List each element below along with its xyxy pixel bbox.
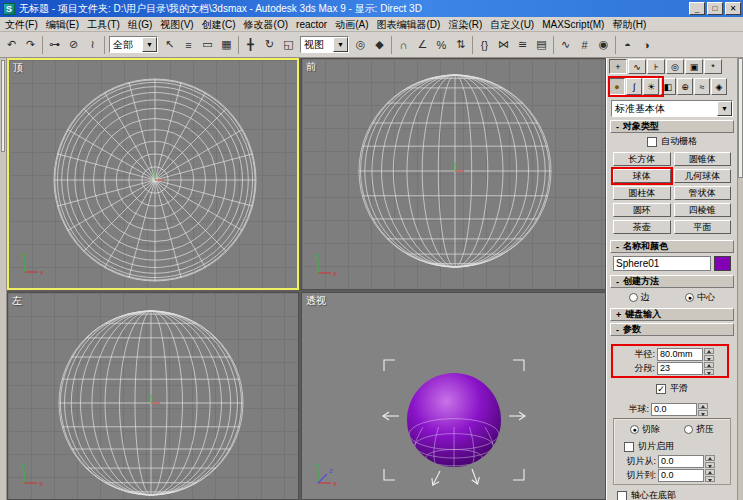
rollout-name-color[interactable]: - 名称和颜色: [610, 240, 734, 253]
tab-hierarchy[interactable]: ⊦: [647, 59, 665, 74]
button-cylinder[interactable]: 圆柱体: [613, 186, 671, 200]
button-sphere[interactable]: 球体: [613, 169, 671, 183]
select-and-rotate-icon[interactable]: ↻: [260, 35, 279, 54]
tab-motion[interactable]: ◎: [666, 59, 684, 74]
slice-to-spinner[interactable]: [705, 469, 715, 482]
slice-on-checkbox[interactable]: [624, 442, 634, 452]
autogrid-checkbox[interactable]: [647, 137, 657, 147]
viewport-left-label[interactable]: 左: [12, 294, 22, 308]
menu-tools[interactable]: 工具(T): [83, 17, 124, 32]
rollout-parameters[interactable]: - 参数: [610, 323, 734, 336]
base-pivot-checkbox[interactable]: [617, 491, 627, 500]
use-pivot-center-icon[interactable]: ◎: [351, 35, 370, 54]
radius-spinner[interactable]: [704, 348, 714, 361]
redo-icon[interactable]: ↷: [21, 35, 40, 54]
button-geosphere[interactable]: 几何球体: [674, 169, 732, 183]
material-editor-icon[interactable]: ◉: [594, 35, 613, 54]
bind-to-space-warp-icon[interactable]: ≀: [83, 35, 102, 54]
rollout-keyboard-entry[interactable]: + 键盘输入: [610, 308, 734, 321]
tab-create[interactable]: +: [609, 59, 627, 74]
named-selection-sets-icon[interactable]: {}: [475, 35, 494, 54]
window-crossing-icon[interactable]: ▦: [217, 35, 236, 54]
select-object-icon[interactable]: ↖: [160, 35, 179, 54]
tab-display[interactable]: ▣: [685, 59, 703, 74]
select-and-scale-icon[interactable]: ◱: [279, 35, 298, 54]
hemisphere-input[interactable]: 0.0: [651, 403, 697, 416]
category-shapes[interactable]: ∫: [626, 78, 642, 95]
smooth-checkbox[interactable]: ✓: [656, 384, 666, 394]
menu-group[interactable]: 组(G): [124, 17, 156, 32]
menu-animation[interactable]: 动画(A): [331, 17, 372, 32]
category-lights[interactable]: ☀: [643, 78, 659, 95]
left-scrollbar-thumb[interactable]: [1, 60, 5, 152]
menu-modifiers[interactable]: 修改器(O): [240, 17, 292, 32]
close-button[interactable]: ✕: [725, 2, 741, 15]
slice-from-spinner[interactable]: [705, 455, 715, 468]
category-systems[interactable]: ◈: [711, 78, 727, 95]
segments-spinner[interactable]: [704, 362, 714, 375]
button-cone[interactable]: 圆锥体: [674, 152, 732, 166]
menu-rendering[interactable]: 渲染(R): [444, 17, 486, 32]
category-helpers[interactable]: ⊕: [677, 78, 693, 95]
object-name-input[interactable]: [613, 256, 711, 271]
button-teapot[interactable]: 茶壶: [613, 220, 671, 234]
center-radio[interactable]: ●: [685, 293, 694, 302]
category-geometry[interactable]: ●: [609, 78, 625, 95]
menu-graph-editors[interactable]: 图表编辑器(D): [373, 17, 445, 32]
viewport-front-label[interactable]: 前: [306, 60, 316, 74]
rectangular-selection-icon[interactable]: ▭: [198, 35, 217, 54]
command-panel-scrollbar-thumb[interactable]: [738, 58, 743, 178]
menu-help[interactable]: 帮助(H): [608, 17, 650, 32]
category-space-warps[interactable]: ≈: [694, 78, 710, 95]
menu-maxscript[interactable]: MAXScript(M): [538, 17, 608, 32]
unlink-selection-icon[interactable]: ⊘: [64, 35, 83, 54]
rollout-creation-method[interactable]: - 创建方法: [610, 275, 734, 288]
viewport-left[interactable]: 左 xy: [7, 292, 299, 500]
button-torus[interactable]: 圆环: [613, 203, 671, 217]
viewport-perspective-label[interactable]: 透视: [306, 294, 326, 308]
select-and-link-icon[interactable]: ⊶: [45, 35, 64, 54]
snap-toggle-icon[interactable]: ∩: [394, 35, 413, 54]
tab-modify[interactable]: ∿: [628, 59, 646, 74]
button-pyramid[interactable]: 四棱锥: [674, 203, 732, 217]
button-tube[interactable]: 管状体: [674, 186, 732, 200]
menu-customize[interactable]: 自定义(U): [486, 17, 538, 32]
render-scene-icon[interactable]: ◓: [618, 35, 637, 54]
rollout-object-type[interactable]: - 对象类型: [610, 120, 734, 133]
slice-to-input[interactable]: 0.0: [658, 469, 704, 482]
quick-render-icon[interactable]: ◑: [637, 35, 656, 54]
viewport-perspective[interactable]: 透视 xyz: [301, 292, 606, 500]
chop-radio[interactable]: ●: [630, 425, 639, 434]
chevron-down-icon[interactable]: ▼: [142, 37, 157, 52]
segments-input[interactable]: 23: [657, 362, 703, 375]
primitive-type-dropdown[interactable]: 标准基本体 ▼: [611, 100, 733, 117]
command-panel-scrollbar[interactable]: [737, 58, 743, 500]
tab-utilities[interactable]: *: [704, 59, 722, 74]
viewport-top-label[interactable]: 顶: [13, 61, 23, 75]
menu-file[interactable]: 文件(F): [1, 17, 42, 32]
hemisphere-spinner[interactable]: [698, 403, 708, 416]
select-by-name-icon[interactable]: ≡: [179, 35, 198, 54]
selection-filter-dropdown[interactable]: 全部 ▼: [109, 36, 158, 53]
menu-reactor[interactable]: reactor: [292, 17, 331, 32]
chevron-down-icon[interactable]: ▼: [333, 37, 348, 52]
button-plane[interactable]: 平面: [674, 220, 732, 234]
schematic-view-icon[interactable]: #: [575, 35, 594, 54]
category-cameras[interactable]: ◧: [660, 78, 676, 95]
mirror-icon[interactable]: ⋈: [494, 35, 513, 54]
object-color-swatch[interactable]: [714, 256, 731, 271]
select-and-move-icon[interactable]: ╋: [241, 35, 260, 54]
squash-radio[interactable]: [684, 425, 693, 434]
viewport-top[interactable]: 顶 xy: [7, 58, 299, 290]
minimize-button[interactable]: _: [689, 2, 705, 15]
menu-create[interactable]: 创建(C): [198, 17, 240, 32]
undo-icon[interactable]: ↶: [2, 35, 21, 54]
chevron-down-icon[interactable]: ▼: [717, 101, 732, 116]
viewport-front[interactable]: 前 xy: [301, 58, 606, 290]
slice-from-input[interactable]: 0.0: [658, 455, 704, 468]
menu-views[interactable]: 视图(V): [156, 17, 197, 32]
angle-snap-icon[interactable]: ∠: [413, 35, 432, 54]
layer-manager-icon[interactable]: ▤: [532, 35, 551, 54]
menu-edit[interactable]: 编辑(E): [42, 17, 83, 32]
align-icon[interactable]: ≅: [513, 35, 532, 54]
